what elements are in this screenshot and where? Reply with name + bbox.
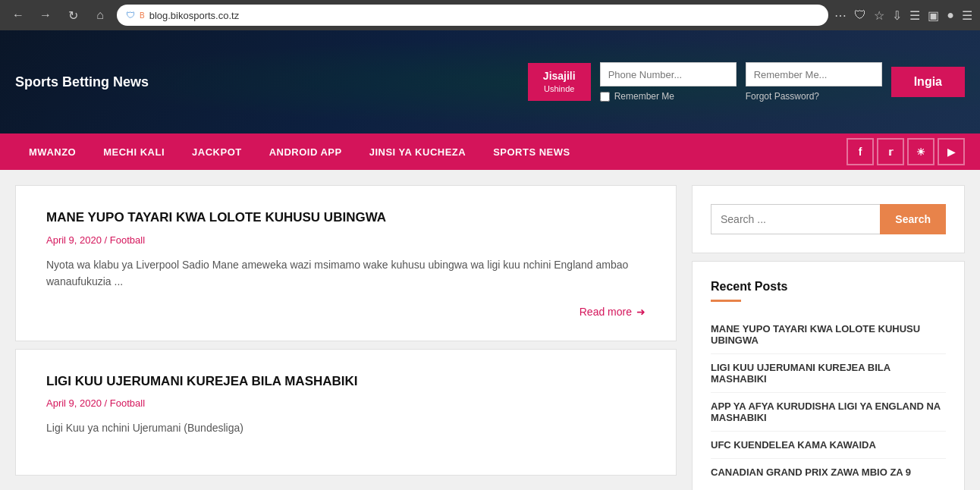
jisajili-button[interactable]: Jisajili Ushinde xyxy=(528,63,591,102)
site-header: Sports Betting News Jisajili Ushinde Rem… xyxy=(0,30,980,133)
home-button[interactable]: ⌂ xyxy=(90,5,111,26)
recent-posts-title: Recent Posts xyxy=(711,280,946,294)
recent-post-item-2[interactable]: LIGI KUU UJERUMANI KUREJEA BILA MASHABIK… xyxy=(711,354,946,393)
download-icon[interactable]: ⇩ xyxy=(892,8,902,23)
site-title: Sports Betting News xyxy=(15,74,149,90)
recent-post-item-1[interactable]: MANE YUPO TAYARI KWA LOLOTE KUHUSU UBING… xyxy=(711,316,946,354)
article-title-1: MANE YUPO TAYARI KWA LOLOTE KUHUSU UBING… xyxy=(46,209,645,227)
facebook-button[interactable]: f xyxy=(847,138,874,165)
nav-item-jackpot[interactable]: JACKPOT xyxy=(178,133,256,170)
article-meta-1: April 9, 2020 / Football xyxy=(46,234,645,246)
browser-toolbar-right: ⋯ 🛡 ☆ ⇩ ☰ ▣ ● ☰ xyxy=(834,8,972,23)
nav-social: f 𝕣 ☀ ▶ xyxy=(847,138,965,165)
security-shield-icon: 🛡 xyxy=(126,10,135,20)
phone-input[interactable] xyxy=(600,62,737,86)
shield-icon[interactable]: 🛡 xyxy=(854,8,866,22)
site-nav: MWANZO MECHI KALI JACKPOT ANDROID APP JI… xyxy=(0,133,980,170)
nav-item-mechi-kali[interactable]: MECHI KALI xyxy=(90,133,178,170)
read-more-1[interactable]: Read more ➜ xyxy=(46,306,645,318)
article-excerpt-2: Ligi Kuu ya nchini Ujerumani (Bundesliga… xyxy=(46,419,645,436)
auth-phone-group: Remember Me xyxy=(600,62,737,102)
url-text: blog.bikosports.co.tz xyxy=(149,10,240,21)
nav-item-mwanzo[interactable]: MWANZO xyxy=(15,133,90,170)
twitter-button[interactable]: 𝕣 xyxy=(877,138,904,165)
recent-posts-card: Recent Posts MANE YUPO TAYARI KWA LOLOTE… xyxy=(692,261,965,490)
remember-me-input[interactable] xyxy=(746,62,882,86)
bookmark-icon[interactable]: ☆ xyxy=(874,8,884,23)
search-input[interactable] xyxy=(711,204,880,234)
main-content: MANE YUPO TAYARI KWA LOLOTE KUHUSU UBING… xyxy=(0,170,980,490)
article-card-2: LIGI KUU UJERUMANI KUREJEA BILA MASHABIK… xyxy=(15,349,677,476)
remember-row: Remember Me xyxy=(600,91,737,102)
auth-remember-group: Forgot Password? xyxy=(746,62,882,102)
menu-icon[interactable]: ☰ xyxy=(962,8,972,23)
library-icon[interactable]: ☰ xyxy=(909,8,920,23)
header-auth: Jisajili Ushinde Remember Me Forgot Pass… xyxy=(528,62,965,102)
recent-post-item-4[interactable]: UFC KUENDELEA KAMA KAWAIDA xyxy=(711,432,946,459)
nav-item-android-app[interactable]: ANDROID APP xyxy=(256,133,356,170)
instagram-button[interactable]: ☀ xyxy=(907,138,934,165)
page-wrapper: Sports Betting News Jisajili Ushinde Rem… xyxy=(0,30,980,490)
article-title-2: LIGI KUU UJERUMANI KUREJEA BILA MASHABIK… xyxy=(46,372,645,391)
extensions-icon[interactable]: ⋯ xyxy=(834,8,847,23)
reload-button[interactable]: ↻ xyxy=(62,5,83,26)
remember-label: Remember Me xyxy=(614,91,674,102)
tabs-icon[interactable]: ▣ xyxy=(928,8,939,23)
recent-posts-underline xyxy=(711,300,741,302)
nav-item-jinsi-ya-kucheza[interactable]: JINSI YA KUCHEZA xyxy=(356,133,479,170)
nav-item-sports-news[interactable]: SPORTS NEWS xyxy=(479,133,584,170)
recent-post-item-3[interactable]: APP YA AFYA KURUDISHA LIGI YA ENGLAND NA… xyxy=(711,393,946,432)
nav-items: MWANZO MECHI KALI JACKPOT ANDROID APP JI… xyxy=(15,133,847,170)
back-button[interactable]: ← xyxy=(8,5,29,26)
sidebar: Search Recent Posts MANE YUPO TAYARI KWA… xyxy=(692,185,965,490)
arrow-right-icon: ➜ xyxy=(636,306,645,318)
address-bar[interactable]: 🛡 B blog.bikosports.co.tz xyxy=(117,5,828,26)
forgot-password-link[interactable]: Forgot Password? xyxy=(746,91,882,102)
search-box: Search xyxy=(692,185,965,253)
remember-checkbox[interactable] xyxy=(600,92,610,102)
forward-button[interactable]: → xyxy=(35,5,56,26)
article-excerpt-1: Nyota wa klabu ya Liverpool Sadio Mane a… xyxy=(46,256,645,291)
profile-icon[interactable]: ● xyxy=(947,8,954,22)
browser-chrome: ← → ↻ ⌂ 🛡 B blog.bikosports.co.tz ⋯ 🛡 ☆ … xyxy=(0,0,980,30)
youtube-button[interactable]: ▶ xyxy=(938,138,965,165)
favicon-icon: B xyxy=(140,11,145,20)
articles-column: MANE YUPO TAYARI KWA LOLOTE KUHUSU UBING… xyxy=(15,185,677,490)
search-button[interactable]: Search xyxy=(880,204,946,234)
recent-post-item-5[interactable]: CANADIAN GRAND PRIX ZAWA MBIO ZA 9 xyxy=(711,459,946,485)
article-card-1: MANE YUPO TAYARI KWA LOLOTE KUHUSU UBING… xyxy=(15,185,677,341)
article-meta-2: April 9, 2020 / Football xyxy=(46,397,645,409)
ingia-button[interactable]: Ingia xyxy=(891,67,965,97)
